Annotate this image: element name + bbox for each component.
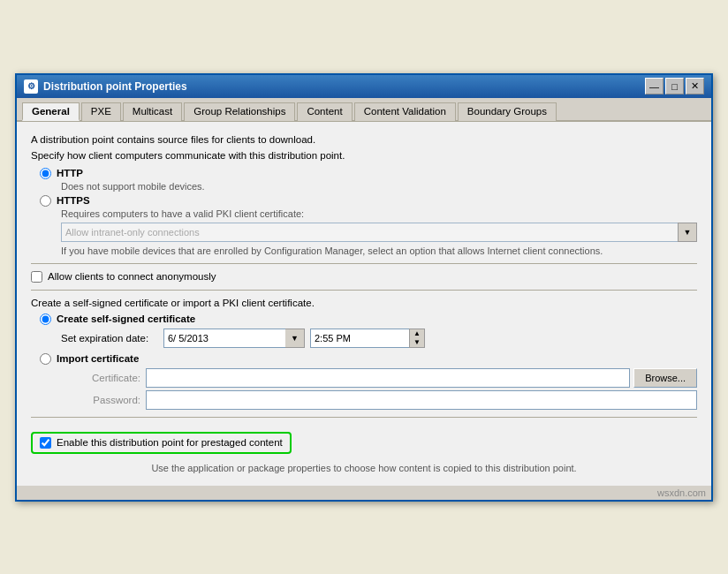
certificate-label: Certificate: [61,373,140,383]
https-radio-item: HTTPS [40,195,697,207]
watermark: wsxdn.com [17,486,711,500]
window-title: Distribution point Properties [43,80,645,93]
mobile-note: If you have mobile devices that are enro… [61,245,697,256]
prestaged-checkbox[interactable] [40,437,51,449]
maximize-button[interactable]: □ [665,78,684,94]
prestaged-checkbox-row: Enable this distribution point for prest… [40,437,283,449]
minimize-button[interactable]: — [645,78,664,94]
date-input-wrapper: ▼ [163,329,305,348]
https-label: HTTPS [57,195,90,206]
protocol-radio-group: HTTP Does not support mobile devices. HT… [40,168,697,256]
time-input-wrapper: ▲ ▼ [310,329,425,348]
title-bar-buttons: — □ ✕ [645,78,704,94]
certificate-field-row: Certificate: Browse... [61,368,697,388]
import-cert-label: Import certificate [57,353,139,364]
password-label: Password: [61,395,140,405]
connection-dropdown-wrapper: Allow intranet-only connections ▼ [61,223,697,242]
cert-radio-group: Create self-signed certificate Set expir… [40,313,697,410]
time-spin: ▲ ▼ [409,329,425,348]
close-button[interactable]: ✕ [686,78,704,94]
tab-general[interactable]: General [22,102,80,121]
tab-content-validation[interactable]: Content Validation [354,102,456,121]
certificate-input[interactable] [146,368,630,388]
expiry-label: Set expiration date: [61,333,158,344]
divider-3 [31,417,697,418]
connection-dropdown-row: Allow intranet-only connections ▼ [61,223,697,242]
anon-checkbox[interactable] [31,271,42,283]
window-icon: ⚙ [24,79,38,94]
bottom-text: Use the application or package propertie… [31,463,697,473]
import-cert-radio-item: Import certificate [40,353,697,365]
divider-1 [31,263,697,264]
https-note: Requires computers to have a valid PKI c… [61,208,697,219]
prestaged-highlight-box: Enable this distribution point for prest… [31,432,292,454]
password-input[interactable] [146,390,697,410]
tab-content[interactable]: Content [297,102,352,121]
time-up-button[interactable]: ▲ [410,329,424,338]
tab-pxe[interactable]: PXE [81,102,121,121]
divider-2 [31,290,697,291]
anon-label: Allow clients to connect anonymously [48,271,216,282]
time-down-button[interactable]: ▼ [410,338,424,347]
https-radio[interactable] [40,195,51,207]
description-1: A distribution point contains source fil… [31,134,697,145]
time-input[interactable] [310,329,425,348]
anon-checkbox-row: Allow clients to connect anonymously [31,271,697,283]
tab-boundary-groups[interactable]: Boundary Groups [458,102,557,121]
create-cert-label: Create self-signed certificate [57,313,195,324]
http-radio-item: HTTP [40,168,697,179]
date-dropdown-button[interactable]: ▼ [285,329,305,348]
import-cert-radio[interactable] [40,353,51,365]
main-content: A distribution point contains source fil… [17,122,711,486]
password-field-row: Password: [61,390,697,410]
prestaged-label: Enable this distribution point for prest… [57,437,283,448]
tab-multicast[interactable]: Multicast [123,102,182,121]
tab-group-relationships[interactable]: Group Relationships [184,102,295,121]
title-bar: ⚙ Distribution point Properties — □ ✕ [17,75,711,98]
http-note: Does not support mobile devices. [61,181,697,192]
description-2: Specify how client computers communicate… [31,150,697,161]
http-radio[interactable] [40,168,51,179]
expiry-date-row: Set expiration date: ▼ ▲ ▼ [61,329,697,348]
connection-dropdown[interactable]: Allow intranet-only connections [61,223,697,242]
http-label: HTTP [57,168,83,178]
create-cert-radio[interactable] [40,313,51,325]
browse-button[interactable]: Browse... [633,368,697,388]
create-cert-radio-item: Create self-signed certificate [40,313,697,325]
date-input[interactable] [163,329,305,348]
tab-bar: General PXE Multicast Group Relationship… [17,98,711,122]
cert-section-label: Create a self-signed certificate or impo… [31,298,697,308]
